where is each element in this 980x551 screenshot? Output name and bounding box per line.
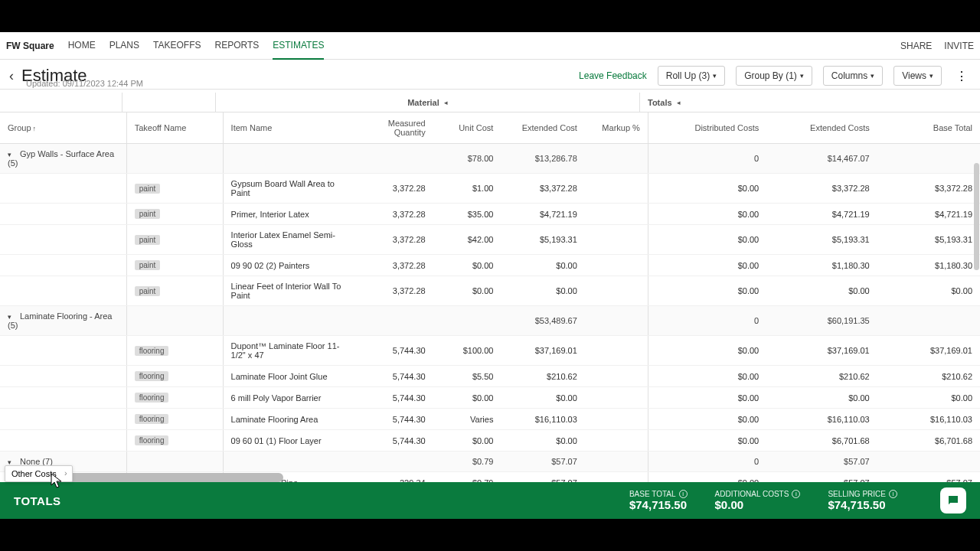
distributed-costs: $0.00 [648,276,766,306]
group-row[interactable]: ▾None (7)$0.79$57.070$57.07 [0,452,980,472]
group-row[interactable]: ▾Gyp Walls - Surface Area (5)$78.00$13,2… [0,144,980,174]
item-name: Primer, Interior Latex [223,204,357,225]
col-ext[interactable]: Extended Cost [501,112,584,144]
base-total: $16,110.03 [877,409,980,430]
distributed-costs: $0.00 [648,255,766,276]
selling-price-block: SELLING PRICEi $74,715.50 [828,490,897,511]
nav-plans[interactable]: PLANS [109,32,139,60]
share-link[interactable]: SHARE [900,41,932,51]
measured-qty: 3,372.28 [358,255,433,276]
takeoff-tag: paint [135,286,161,296]
table-row[interactable]: paintGypsum Board Wall Area to Paint3,37… [0,174,980,204]
nav-home[interactable]: HOME [68,32,96,60]
col-markup[interactable]: Markup % [585,112,648,144]
vertical-scrollbar[interactable] [972,163,980,436]
takeoff-tag: paint [135,184,161,194]
distributed-costs: $0.00 [648,430,766,452]
back-button[interactable]: ‹ [9,68,14,84]
item-name: 09 90 02 (2) Painters [223,255,357,276]
chat-button[interactable] [940,487,966,514]
extended-costs: $210.62 [766,366,877,387]
base-total: $210.62 [877,366,980,387]
table-row[interactable]: paintInterior Latex Enamel Semi-Gloss3,3… [0,225,980,255]
extended-costs: $3,372.28 [766,174,877,204]
column-group-row: Material ◂ Totals ◂ [0,93,980,112]
base-total: $1,180.30 [877,255,980,276]
col-extcosts[interactable]: Extended Costs [766,112,877,144]
col-qty[interactable]: Measured Quantity [358,112,433,144]
takeoff-tag: flooring [135,435,169,445]
col-group[interactable]: Group↑ [0,112,126,144]
col-base[interactable]: Base Total [877,112,980,144]
unit-cost: $0.00 [433,387,501,409]
measured-qty: 229.34 [358,472,433,483]
table-row[interactable]: flooring6 mill Poly Vapor Barrier5,744.3… [0,387,980,409]
measured-qty: 5,744.30 [358,409,433,430]
distributed-costs: $0.00 [648,366,766,387]
info-icon[interactable]: i [889,490,897,498]
chevron-left-icon[interactable]: ◂ [677,99,681,106]
distributed-costs: $0.00 [648,387,766,409]
chevron-left-icon[interactable]: ◂ [444,99,448,106]
base-total-block: BASE TOTALi $74,715.50 [629,490,688,511]
base-total: $6,701.68 [877,430,980,452]
table-row[interactable]: paintLinear Feet of Interior Wall To Pai… [0,276,980,306]
extended-costs: $4,721.19 [766,204,877,225]
col-dist[interactable]: Distributed Costs [648,112,766,144]
base-total: $57.07 [877,472,980,483]
extended-costs: $37,169.01 [766,336,877,366]
col-item[interactable]: Item Name [223,112,357,144]
col-takeoff[interactable]: Takeoff Name [126,112,223,144]
chevron-down-icon: ▾ [8,313,17,321]
base-total: $37,169.01 [877,336,980,366]
additional-costs-block: ADDITIONAL COSTSi $0.00 [715,490,801,511]
takeoff-tag: paint [135,235,161,245]
distributed-costs: $0.00 [648,204,766,225]
table-row[interactable]: paintPrimer, Interior Latex3,372.28$35.0… [0,204,980,225]
measured-qty: 5,744.30 [358,336,433,366]
nav-estimates[interactable]: ESTIMATES [273,32,324,60]
unit-cost: $0.00 [433,430,501,452]
item-name: Gypsum Board Wall Area to Paint [223,174,357,204]
table-row[interactable]: flooringLaminate Flooring Area5,744.30Va… [0,409,980,430]
extended-cost: $210.62 [501,366,584,387]
measured-qty: 5,744.30 [358,366,433,387]
measured-qty: 3,372.28 [358,174,433,204]
table-row[interactable]: flooringDupont™ Laminate Floor 11-1/2" x… [0,336,980,366]
sort-asc-icon: ↑ [33,125,37,132]
extended-cost: $5,193.31 [501,225,584,255]
group-row[interactable]: ▾Laminate Flooring - Area (5)$53,489.670… [0,306,980,336]
unit-cost: $0.00 [433,276,501,306]
extended-costs: $0.00 [766,276,877,306]
takeoff-tag: flooring [135,371,169,381]
table-row[interactable]: paint09 90 02 (2) Painters3,372.28$0.00$… [0,255,980,276]
measured-qty: 3,372.28 [358,204,433,225]
item-name: Dupont™ Laminate Floor 11-1/2" x 47 [223,336,357,366]
extended-cost: $57.07 [501,472,584,483]
material-colgroup-label: Material [407,98,439,107]
table-row[interactable]: flooring09 60 01 (1) Floor Layer5,744.30… [0,430,980,452]
measured-qty: 3,372.28 [358,276,433,306]
nav-takeoffs[interactable]: TAKEOFFS [153,32,201,60]
distributed-costs: $0.00 [648,409,766,430]
totals-bar: TOTALS BASE TOTALi $74,715.50 ADDITIONAL… [0,482,980,519]
unit-cost: $0.00 [433,255,501,276]
info-icon[interactable]: i [679,490,688,498]
top-nav: FW Square HOME PLANS TAKEOFFS REPORTS ES… [0,32,980,60]
info-icon[interactable]: i [792,490,800,498]
item-name: Interior Latex Enamel Semi-Gloss [223,225,357,255]
unit-cost: $100.00 [433,336,501,366]
totals-colgroup-label: Totals [648,98,672,107]
nav-reports[interactable]: REPORTS [214,32,259,60]
table-row[interactable]: flooringLaminate Floor Joint Glue5,744.3… [0,366,980,387]
extended-cost: $4,721.19 [501,204,584,225]
measured-qty: 5,744.30 [358,387,433,409]
col-unit[interactable]: Unit Cost [433,112,501,144]
extended-cost: $16,110.03 [501,409,584,430]
extended-costs: $57.07 [766,472,877,483]
other-costs-button[interactable]: Other Costs [5,465,73,482]
invite-link[interactable]: INVITE [944,41,974,51]
base-total: $5,193.31 [877,225,980,255]
horizontal-scrollbar[interactable] [54,473,283,482]
estimate-table: Group↑ Takeoff Name Item Name Measured Q… [0,112,980,482]
